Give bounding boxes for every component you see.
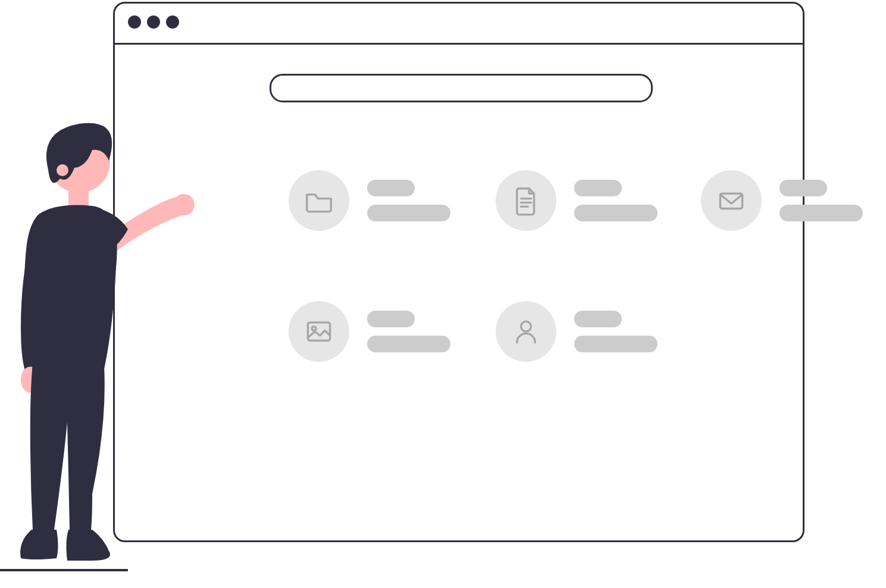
search-bar[interactable]	[270, 74, 653, 102]
traffic-light-dot	[128, 15, 141, 29]
traffic-light-dot	[147, 15, 160, 29]
browser-window	[113, 2, 804, 542]
title-placeholder	[779, 180, 827, 196]
subtitle-placeholder	[367, 336, 450, 352]
title-placeholder	[367, 180, 415, 196]
traffic-lights	[128, 15, 179, 29]
svg-point-10	[57, 164, 68, 176]
svg-point-5	[312, 327, 316, 331]
mail-icon	[701, 170, 762, 231]
titlebar-divider	[115, 43, 803, 45]
grid-item-user[interactable]	[496, 301, 658, 362]
svg-point-6	[521, 321, 531, 331]
svg-point-7	[173, 194, 195, 215]
illustration-root	[0, 0, 886, 588]
svg-rect-3	[720, 193, 742, 208]
subtitle-placeholder	[574, 205, 658, 221]
title-placeholder	[574, 180, 622, 196]
grid-item-image[interactable]	[289, 301, 450, 362]
placeholder-text	[367, 311, 450, 352]
title-placeholder	[367, 311, 415, 327]
grid-item-folder[interactable]	[289, 170, 450, 231]
title-placeholder	[574, 311, 622, 327]
subtitle-placeholder	[367, 205, 450, 221]
placeholder-text	[574, 180, 658, 221]
grid-item-mail[interactable]	[701, 170, 863, 231]
grid-item-document[interactable]	[496, 170, 658, 231]
subtitle-placeholder	[779, 205, 863, 221]
subtitle-placeholder	[574, 336, 658, 352]
placeholder-text	[367, 180, 450, 221]
placeholder-text	[779, 180, 863, 221]
person-illustration	[3, 113, 193, 571]
traffic-light-dot	[166, 15, 179, 29]
placeholder-text	[574, 311, 658, 352]
ground-line	[0, 569, 128, 571]
image-icon	[289, 301, 349, 362]
folder-icon	[289, 170, 349, 231]
document-icon	[496, 170, 556, 231]
user-icon	[496, 301, 556, 362]
